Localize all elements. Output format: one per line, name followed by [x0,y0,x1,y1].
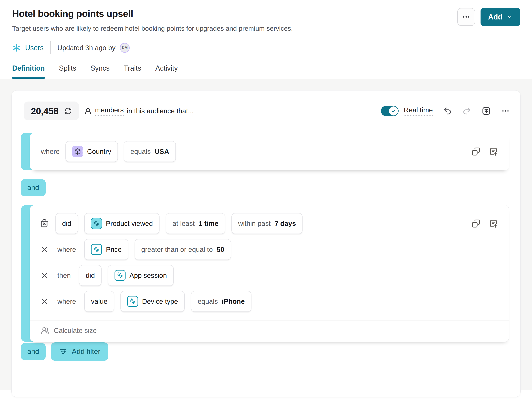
row-actions [471,219,498,228]
page-subtitle: Target users who are likely to redeem ho… [12,25,520,32]
duplicate-button[interactable] [471,219,481,228]
add-button-label: Add [488,13,502,21]
filter-plus-icon [59,347,67,356]
realtime-toggle[interactable] [381,106,399,116]
definition-canvas: 20,458 members in this audience that... [0,79,532,390]
count-row: 20,458 members in this audience that... [24,102,510,120]
event-label: App session [129,272,167,279]
realtime-label[interactable]: Real time [404,106,433,116]
frequency-value: 1 time [199,220,218,228]
page-header: Hotel booking points upsell Add Target u… [0,0,532,79]
audience-text: in this audience that... [127,107,194,115]
tab-definition[interactable]: Definition [12,64,45,79]
tab-traits[interactable]: Traits [124,64,141,79]
cube-icon [72,146,83,157]
remove-filter-button[interactable] [40,245,49,254]
verb-label: did [86,272,95,279]
ellipsis-icon [501,107,510,115]
add-filter-row: and Add filter [21,342,511,361]
and-connector[interactable]: and [21,343,46,360]
operator-chip-equals-usa[interactable]: equals USA [124,141,176,162]
avatar[interactable]: DM [120,43,130,53]
redo-button[interactable] [462,106,471,116]
event-chip-app-session[interactable]: App session [108,265,174,286]
updated-text: Updated 3h ago by [57,44,115,52]
builder-toolbar: Real time [381,106,510,116]
tab-activity[interactable]: Activity [155,64,178,79]
cursor-click-icon [91,244,102,255]
operator-label: equals [130,148,151,155]
verb-label: did [62,220,71,228]
ellipsis-icon [462,13,470,21]
where-label: where [57,297,76,305]
condition-group-2: did Product viewed at least 1 [21,205,509,342]
cursor-click-icon [127,296,138,307]
page-title: Hotel booking points upsell [12,8,520,19]
event-chip-product-viewed[interactable]: Product viewed [84,213,159,234]
tab-bar: Definition Splits Syncs Traits Activity [12,64,520,79]
divider [50,41,51,54]
toggle-check-icon [389,106,398,116]
duplicate-button[interactable] [471,147,481,156]
operator-label: greater than or equal to [141,246,213,253]
verb-chip-did[interactable]: did [55,213,78,234]
add-note-button[interactable] [489,147,498,156]
remove-step-button[interactable] [40,271,49,280]
chevron-down-icon [507,14,513,20]
event-row: did Product viewed at least 1 [40,213,498,234]
more-actions-button[interactable] [457,8,475,26]
property-chip-device-type[interactable]: Device type [120,291,185,312]
delete-button[interactable] [40,219,49,228]
frequency-chip[interactable]: at least 1 time [166,213,225,234]
members-sentence: members in this audience that... [84,106,194,116]
and-connector[interactable]: and [21,179,46,196]
person-icon [84,107,92,115]
members-selector[interactable]: members [95,106,124,116]
window-value: 7 days [274,220,296,228]
member-count: 20,458 [31,106,58,117]
where-label: where [57,246,76,253]
price-filter-row: where Price greater than or equal to 50 [40,239,498,260]
property-chip-country[interactable]: Country [65,141,118,162]
entity-type[interactable]: Users [12,44,44,52]
condition-row-country: where Country equals USA [41,141,498,162]
frequency-prefix: at least [172,220,195,228]
remove-filter-button[interactable] [40,297,49,306]
operator-chip-gte-50[interactable]: greater than or equal to 50 [135,239,231,260]
add-button[interactable]: Add [481,8,520,26]
property-label: Price [106,246,122,253]
verb-chip-did[interactable]: did [79,265,101,286]
time-window-chip[interactable]: within past 7 days [231,213,303,234]
meta-row: Users Updated 3h ago by DM [12,41,520,54]
tab-syncs[interactable]: Syncs [90,64,110,79]
calculate-size-button[interactable]: Calculate size [30,320,509,342]
toolbar-more-button[interactable] [501,107,510,115]
session-row: then did App session [40,265,498,286]
value-chip[interactable]: value [84,291,114,312]
header-actions: Add [457,8,520,26]
member-count-pill[interactable]: 20,458 [24,102,79,120]
operator-value: 50 [217,246,224,253]
tab-splits[interactable]: Splits [59,64,76,79]
entity-label: Users [25,44,44,52]
users-icon [41,327,49,335]
undo-button[interactable] [443,106,452,116]
refresh-icon[interactable] [64,107,72,115]
add-note-button[interactable] [489,219,498,228]
add-filter-button[interactable]: Add filter [51,342,108,361]
calculate-size-label: Calculate size [54,327,97,334]
copy-icon [471,147,481,156]
redo-icon [462,106,471,116]
property-label: Device type [142,297,178,305]
snowflake-icon [12,44,21,52]
operator-chip-equals-iphone[interactable]: equals iPhone [191,291,252,312]
row-actions [471,147,498,156]
property-label: Country [87,148,111,155]
operator-value: USA [155,148,169,155]
where-label: where [41,148,60,155]
publish-button[interactable] [481,106,491,116]
property-chip-price[interactable]: Price [84,239,128,260]
window-prefix: within past [238,220,271,228]
value-label: value [91,297,108,305]
note-plus-icon [489,147,498,156]
